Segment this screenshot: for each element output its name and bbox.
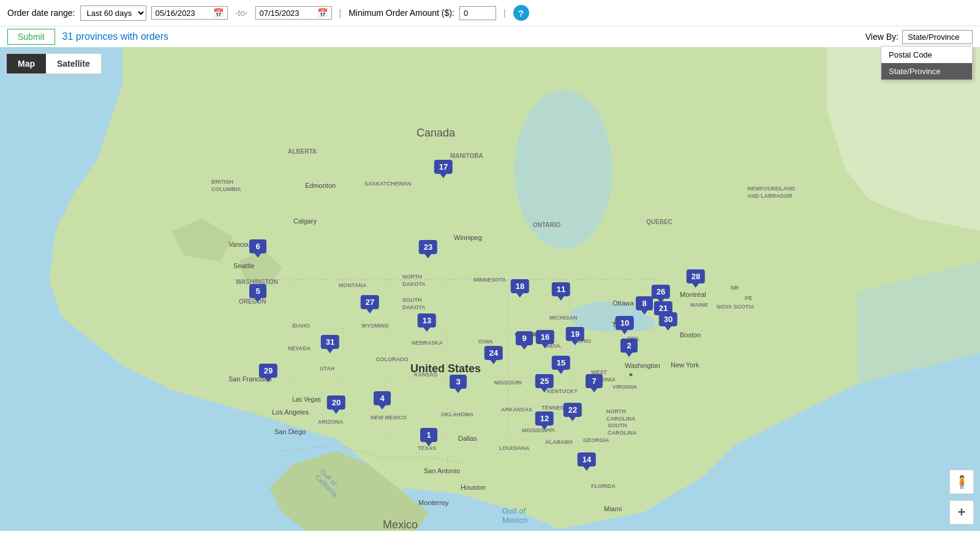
separator2: |	[503, 8, 506, 18]
view-by-select[interactable]: State/Province Postal Code	[902, 30, 973, 44]
submit-button[interactable]: Submit	[7, 29, 55, 45]
marker-13[interactable]: 13	[418, 313, 436, 328]
marker-7[interactable]: 7	[586, 374, 603, 388]
toolbar-row2: Submit 31 provinces with orders View By:…	[0, 26, 980, 47]
svg-point-3	[514, 90, 612, 249]
marker-8[interactable]: 8	[636, 296, 653, 310]
marker-5[interactable]: 5	[249, 284, 266, 298]
marker-12[interactable]: 12	[535, 411, 554, 425]
marker-3[interactable]: 3	[450, 375, 467, 389]
date-to-input[interactable]	[260, 9, 315, 18]
order-date-range-label: Order date range:	[7, 8, 75, 18]
view-by-label: View By:	[865, 32, 899, 42]
marker-22[interactable]: 22	[564, 403, 582, 417]
view-by-container: View By: State/Province Postal Code Post…	[865, 30, 973, 44]
marker-24[interactable]: 24	[484, 346, 503, 360]
marker-16[interactable]: 16	[536, 330, 554, 344]
marker-14[interactable]: 14	[578, 452, 596, 467]
map-tab-map[interactable]: Map	[7, 54, 46, 73]
marker-30[interactable]: 30	[659, 312, 677, 326]
calendar-from-icon[interactable]: 📅	[213, 8, 224, 18]
marker-28[interactable]: 28	[687, 269, 705, 283]
marker-17[interactable]: 17	[434, 160, 453, 174]
marker-6[interactable]: 6	[249, 239, 266, 253]
marker-9[interactable]: 9	[516, 331, 533, 345]
marker-29[interactable]: 29	[259, 364, 277, 378]
dropdown-item-postal[interactable]: Postal Code	[881, 47, 972, 63]
date-separator: -to-	[235, 8, 248, 18]
marker-15[interactable]: 15	[552, 356, 570, 370]
date-range-select[interactable]: Last 60 days Last 30 days Last 90 days C…	[80, 6, 146, 21]
date-from-wrap: 📅	[151, 6, 228, 20]
toolbar-row1: Order date range: Last 60 days Last 30 d…	[0, 0, 980, 26]
map-background	[0, 47, 980, 531]
min-amount-label: Minimum Order Amount ($):	[349, 8, 454, 18]
map-container[interactable]: Canada United States Mexico Gulf ofMexic…	[0, 47, 980, 531]
marker-10[interactable]: 10	[616, 316, 634, 330]
dot-washington	[630, 373, 633, 377]
calendar-to-icon[interactable]: 📅	[317, 8, 328, 18]
marker-4[interactable]: 4	[374, 391, 391, 405]
marker-27[interactable]: 27	[361, 295, 379, 309]
marker-25[interactable]: 25	[535, 374, 554, 388]
marker-23[interactable]: 23	[419, 240, 437, 254]
view-by-select-wrap: State/Province Postal Code	[902, 30, 973, 44]
marker-19[interactable]: 19	[566, 327, 584, 341]
marker-31[interactable]: 31	[321, 335, 339, 349]
view-by-dropdown: Postal Code State/Province	[881, 46, 973, 80]
zoom-in-button[interactable]: +	[949, 500, 974, 525]
min-amount-input[interactable]	[459, 6, 496, 20]
marker-11[interactable]: 11	[552, 282, 570, 296]
separator1: |	[339, 8, 342, 18]
dropdown-item-state[interactable]: State/Province	[881, 63, 972, 80]
street-view-button[interactable]: 🧍	[949, 470, 974, 494]
marker-18[interactable]: 18	[511, 279, 529, 293]
marker-1[interactable]: 1	[420, 428, 437, 442]
map-type-controls: Map Satellite	[6, 53, 102, 74]
marker-26[interactable]: 26	[652, 285, 670, 299]
date-from-input[interactable]	[156, 9, 211, 18]
date-to-wrap: 📅	[255, 6, 332, 20]
provinces-count-text: 31 provinces with orders	[62, 31, 168, 42]
map-tab-satellite[interactable]: Satellite	[46, 54, 101, 73]
marker-20[interactable]: 20	[327, 395, 345, 410]
marker-2[interactable]: 2	[620, 339, 638, 353]
street-view-icon: 🧍	[954, 474, 970, 489]
help-button[interactable]: ?	[513, 5, 529, 21]
